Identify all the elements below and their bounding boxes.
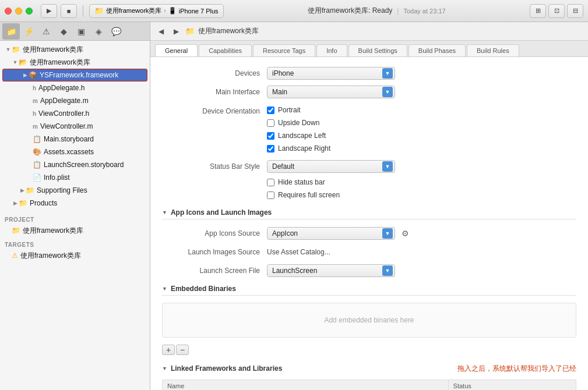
tab-resource-tags[interactable]: Resource Tags [253, 44, 315, 56]
add-embedded-button[interactable]: + [162, 345, 175, 355]
no-arrow [26, 84, 33, 91]
launch-screen-row: Launch Screen File LaunchScreen ▼ [162, 264, 576, 278]
landscape-right-checkbox[interactable] [267, 145, 274, 153]
linked-frameworks-header-row: ▼ Linked Frameworks and Libraries 拖入之后，系… [162, 362, 576, 375]
nav-tab-folder[interactable]: 📁 [2, 23, 20, 40]
tab-capabilities[interactable]: Capabilities [199, 44, 252, 56]
inspector-toggle[interactable]: ⊟ [567, 4, 583, 18]
target-name: 使用framework类库 [20, 251, 81, 261]
app-icons-select[interactable]: AppIcon [267, 227, 395, 240]
tab-build-rules[interactable]: Build Rules [467, 44, 519, 56]
landscape-right-row: Landscape Right [267, 144, 330, 153]
close-button[interactable] [5, 8, 12, 15]
annotation-text: 拖入之后，系统默认帮我们导入了已经 [457, 364, 576, 374]
stop-button[interactable]: ■ [61, 4, 77, 18]
root-label: 使用framework类库 [23, 45, 83, 55]
main-interface-select[interactable]: Main [267, 86, 395, 98]
separator-pipe: | [397, 7, 399, 15]
file-label: ViewController.m [40, 122, 93, 130]
app-icons-source-row: App Icons Source AppIcon ▼ ⚙ [162, 226, 576, 240]
sidebar-item-mainstoryboard[interactable]: 📋 Main.storyboard [0, 133, 150, 146]
status-bar-select[interactable]: Default [267, 160, 395, 173]
sidebar-group-main[interactable]: 📂 使用framework类库 [0, 56, 150, 69]
launch-images-control: Use Asset Catalog... [267, 248, 576, 256]
tab-build-phases[interactable]: Build Phases [409, 44, 466, 56]
titlebar: ▶ ■ 📁 使用framework类库 › 📱 iPhone 7 Plus 使用… [0, 0, 588, 22]
disclosure-arrow [12, 59, 19, 66]
devices-row: Devices iPhone ▼ [162, 66, 576, 80]
h-icon: h [33, 85, 36, 91]
frameworks-table: Name Status 📦 YSFramework.framework Requ… [162, 380, 576, 390]
upside-down-checkbox[interactable] [267, 119, 274, 127]
sidebar-item-viewcontrollerh[interactable]: h ViewController.h [0, 107, 150, 120]
m-icon: m [33, 123, 38, 130]
app-icons-section-header[interactable]: ▼ App Icons and Launch Images [162, 206, 576, 219]
nav-back-btn[interactable]: ◀ [155, 26, 167, 37]
file-label: Info.plist [44, 173, 70, 182]
sidebar-item-framework[interactable]: 📦 YSFramework.framework [2, 69, 147, 81]
gear-icon[interactable]: ⚙ [400, 228, 410, 239]
app-icons-source-control: AppIcon ▼ ⚙ [267, 227, 576, 240]
nav-tab-report[interactable]: 💬 [107, 23, 125, 40]
sidebar-item-viewcontrollerm[interactable]: m ViewController.m [0, 120, 150, 133]
file-label: Assets.xcassets [44, 148, 94, 156]
folder-icon2: 📁 [19, 199, 27, 207]
tab-build-settings[interactable]: Build Settings [348, 44, 407, 56]
sidebar-item-launchscreen[interactable]: 📋 LaunchScreen.storyboard [0, 158, 150, 171]
project-tree: 📁 使用framework类库 📂 使用framework类库 📦 YSFram… [0, 41, 150, 264]
linked-frameworks-section-header[interactable]: ▼ Linked Frameworks and Libraries [162, 362, 448, 375]
sidebar-item-supporting[interactable]: 📁 Supporting Files [0, 184, 150, 197]
breadcrumb-icon: 📁 [185, 27, 195, 36]
upside-down-label: Upside Down [278, 119, 319, 127]
launch-screen-select[interactable]: LaunchScreen [267, 264, 395, 277]
nav-tab-issue[interactable]: ⚠ [37, 23, 55, 40]
hide-status-checkbox[interactable] [267, 179, 274, 186]
sidebar-item-appdelegateh[interactable]: h AppDelegate.h [0, 81, 150, 94]
landscape-left-checkbox[interactable] [267, 132, 274, 140]
separator [83, 5, 83, 17]
sidebar-project-item[interactable]: 📁 使用framework类库 [0, 224, 150, 237]
project-file-icon: 📁 [12, 226, 20, 235]
portrait-checkbox[interactable] [267, 107, 274, 114]
sidebar-target-item[interactable]: ⚠ 使用framework类库 [0, 249, 150, 262]
nav-tab-breakpoint[interactable]: ◈ [90, 23, 107, 40]
project-name: 使用framework类库 [23, 226, 83, 236]
requires-fullscreen-checkbox[interactable] [267, 192, 274, 199]
nav-tab-source[interactable]: ⚡ [20, 23, 37, 40]
maximize-button[interactable] [26, 8, 33, 15]
group-label: 使用framework类库 [30, 58, 90, 68]
navigator-toggle[interactable]: ⊞ [530, 4, 546, 18]
upside-down-row: Upside Down [267, 119, 330, 127]
main-interface-label: Main Interface [162, 88, 267, 96]
breadcrumb: 使用framework类库 [198, 26, 259, 36]
sidebar-item-infoplist[interactable]: 📄 Info.plist [0, 171, 150, 184]
framework-label: YSFramework.framework [40, 71, 118, 79]
run-button[interactable]: ▶ [41, 4, 57, 18]
sidebar-item-appdelegatem[interactable]: m AppDelegate.m [0, 94, 150, 107]
section-triangle-icon2: ▼ [162, 286, 167, 292]
editor-toggle[interactable]: ⊡ [548, 4, 565, 18]
sidebar-item-assets[interactable]: 🎨 Assets.xcassets [0, 146, 150, 158]
landscape-right-label: Landscape Right [278, 144, 330, 153]
sidebar-item-products[interactable]: 📁 Products [0, 197, 150, 210]
navigator-tabs: 📁 ⚡ ⚠ ◆ ▣ ◈ 💬 [0, 22, 150, 41]
remove-embedded-button[interactable]: − [176, 345, 189, 355]
right-toolbar-buttons: ⊞ ⊡ ⊟ [530, 4, 583, 18]
embedded-binaries-section-header[interactable]: ▼ Embedded Binaries [162, 282, 576, 296]
tab-info[interactable]: Info [316, 44, 347, 56]
nav-tab-debug[interactable]: ▣ [72, 23, 90, 40]
status-bar-style-control: Default ▼ [267, 160, 576, 173]
nav-forward-btn[interactable]: ▶ [170, 26, 182, 37]
nav-tab-test[interactable]: ◆ [55, 23, 72, 40]
sidebar-root[interactable]: 📁 使用framework类库 [0, 43, 150, 56]
h-icon: h [33, 111, 36, 117]
tab-general[interactable]: General [155, 44, 198, 56]
devices-select[interactable]: iPhone [267, 67, 395, 80]
no-arrow [26, 123, 33, 130]
minimize-button[interactable] [15, 8, 22, 15]
content-area: ◀ ▶ 📁 使用framework类库 General Capabilities… [150, 22, 588, 390]
scheme-selector[interactable]: 📁 使用framework类库 › 📱 iPhone 7 Plus [89, 4, 224, 18]
embedded-binaries-title: Embedded Binaries [171, 285, 236, 293]
m-icon: m [33, 98, 38, 104]
file-label: AppDelegate.m [40, 97, 89, 105]
